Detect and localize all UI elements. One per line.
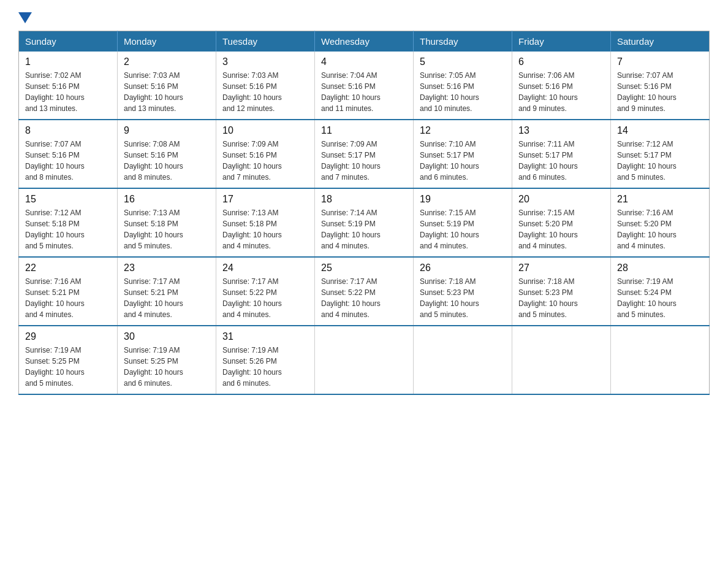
weekday-header-row: SundayMondayTuesdayWednesdayThursdayFrid…	[19, 31, 710, 52]
calendar-table: SundayMondayTuesdayWednesdayThursdayFrid…	[18, 31, 710, 395]
svg-marker-0	[18, 12, 32, 23]
day-info: Sunrise: 7:19 AM Sunset: 5:26 PM Dayligh…	[222, 345, 308, 389]
calendar-cell: 26 Sunrise: 7:18 AM Sunset: 5:23 PM Dayl…	[414, 257, 512, 326]
day-info: Sunrise: 7:03 AM Sunset: 5:16 PM Dayligh…	[124, 70, 210, 114]
day-info: Sunrise: 7:19 AM Sunset: 5:25 PM Dayligh…	[124, 345, 210, 389]
day-info: Sunrise: 7:12 AM Sunset: 5:17 PM Dayligh…	[617, 139, 703, 183]
calendar-cell: 13 Sunrise: 7:11 AM Sunset: 5:17 PM Dayl…	[512, 120, 611, 188]
calendar-cell: 9 Sunrise: 7:08 AM Sunset: 5:16 PM Dayli…	[118, 120, 216, 188]
day-number: 20	[518, 194, 604, 205]
day-number: 30	[124, 331, 210, 342]
day-info: Sunrise: 7:19 AM Sunset: 5:25 PM Dayligh…	[25, 345, 111, 389]
calendar-cell: 20 Sunrise: 7:15 AM Sunset: 5:20 PM Dayl…	[512, 188, 611, 257]
day-info: Sunrise: 7:12 AM Sunset: 5:18 PM Dayligh…	[25, 207, 111, 251]
calendar-cell: 21 Sunrise: 7:16 AM Sunset: 5:20 PM Dayl…	[611, 188, 710, 257]
calendar-week-row: 8 Sunrise: 7:07 AM Sunset: 5:16 PM Dayli…	[19, 120, 710, 188]
weekday-header-saturday: Saturday	[611, 31, 710, 52]
day-info: Sunrise: 7:15 AM Sunset: 5:20 PM Dayligh…	[518, 207, 604, 251]
day-number: 22	[25, 262, 111, 274]
calendar-cell: 11 Sunrise: 7:09 AM Sunset: 5:17 PM Dayl…	[315, 120, 414, 188]
day-info: Sunrise: 7:18 AM Sunset: 5:23 PM Dayligh…	[420, 276, 506, 320]
weekday-header-sunday: Sunday	[19, 31, 118, 52]
day-number: 10	[222, 125, 308, 136]
day-info: Sunrise: 7:13 AM Sunset: 5:18 PM Dayligh…	[222, 207, 308, 251]
day-number: 8	[25, 125, 111, 136]
calendar-cell: 12 Sunrise: 7:10 AM Sunset: 5:17 PM Dayl…	[414, 120, 512, 188]
calendar-cell: 23 Sunrise: 7:17 AM Sunset: 5:21 PM Dayl…	[118, 257, 216, 326]
day-info: Sunrise: 7:19 AM Sunset: 5:24 PM Dayligh…	[617, 276, 703, 320]
day-number: 13	[518, 125, 604, 136]
calendar-cell: 4 Sunrise: 7:04 AM Sunset: 5:16 PM Dayli…	[315, 52, 414, 120]
day-number: 4	[321, 56, 407, 67]
day-number: 27	[518, 262, 604, 274]
weekday-header-friday: Friday	[512, 31, 611, 52]
day-info: Sunrise: 7:11 AM Sunset: 5:17 PM Dayligh…	[518, 139, 604, 183]
day-number: 18	[321, 194, 407, 205]
calendar-cell: 30 Sunrise: 7:19 AM Sunset: 5:25 PM Dayl…	[118, 326, 216, 394]
calendar-cell: 29 Sunrise: 7:19 AM Sunset: 5:25 PM Dayl…	[19, 326, 118, 394]
calendar-cell: 27 Sunrise: 7:18 AM Sunset: 5:23 PM Dayl…	[512, 257, 611, 326]
day-info: Sunrise: 7:17 AM Sunset: 5:22 PM Dayligh…	[222, 276, 308, 320]
day-info: Sunrise: 7:07 AM Sunset: 5:16 PM Dayligh…	[25, 139, 111, 183]
calendar-cell: 17 Sunrise: 7:13 AM Sunset: 5:18 PM Dayl…	[216, 188, 315, 257]
calendar-cell: 24 Sunrise: 7:17 AM Sunset: 5:22 PM Dayl…	[216, 257, 315, 326]
calendar-week-row: 15 Sunrise: 7:12 AM Sunset: 5:18 PM Dayl…	[19, 188, 710, 257]
calendar-cell: 15 Sunrise: 7:12 AM Sunset: 5:18 PM Dayl…	[19, 188, 118, 257]
day-info: Sunrise: 7:17 AM Sunset: 5:21 PM Dayligh…	[124, 276, 210, 320]
calendar-week-row: 1 Sunrise: 7:02 AM Sunset: 5:16 PM Dayli…	[19, 52, 710, 120]
day-number: 29	[25, 331, 111, 342]
weekday-header-thursday: Thursday	[414, 31, 512, 52]
day-info: Sunrise: 7:07 AM Sunset: 5:16 PM Dayligh…	[617, 70, 703, 114]
weekday-header-monday: Monday	[118, 31, 216, 52]
calendar-cell: 1 Sunrise: 7:02 AM Sunset: 5:16 PM Dayli…	[19, 52, 118, 120]
day-number: 12	[420, 125, 506, 136]
calendar-cell: 5 Sunrise: 7:05 AM Sunset: 5:16 PM Dayli…	[414, 52, 512, 120]
day-number: 17	[222, 194, 308, 205]
day-info: Sunrise: 7:16 AM Sunset: 5:20 PM Dayligh…	[617, 207, 703, 251]
day-number: 24	[222, 262, 308, 274]
calendar-cell: 14 Sunrise: 7:12 AM Sunset: 5:17 PM Dayl…	[611, 120, 710, 188]
day-number: 6	[518, 56, 604, 67]
weekday-header-tuesday: Tuesday	[216, 31, 315, 52]
day-info: Sunrise: 7:02 AM Sunset: 5:16 PM Dayligh…	[25, 70, 111, 114]
calendar-cell: 8 Sunrise: 7:07 AM Sunset: 5:16 PM Dayli…	[19, 120, 118, 188]
day-number: 21	[617, 194, 703, 205]
day-info: Sunrise: 7:08 AM Sunset: 5:16 PM Dayligh…	[124, 139, 210, 183]
day-number: 2	[124, 56, 210, 67]
day-number: 3	[222, 56, 308, 67]
calendar-cell: 2 Sunrise: 7:03 AM Sunset: 5:16 PM Dayli…	[118, 52, 216, 120]
day-number: 15	[25, 194, 111, 205]
day-info: Sunrise: 7:17 AM Sunset: 5:22 PM Dayligh…	[321, 276, 407, 320]
day-info: Sunrise: 7:16 AM Sunset: 5:21 PM Dayligh…	[25, 276, 111, 320]
calendar-cell: 19 Sunrise: 7:15 AM Sunset: 5:19 PM Dayl…	[414, 188, 512, 257]
day-number: 16	[124, 194, 210, 205]
day-info: Sunrise: 7:15 AM Sunset: 5:19 PM Dayligh…	[420, 207, 506, 251]
calendar-cell: 22 Sunrise: 7:16 AM Sunset: 5:21 PM Dayl…	[19, 257, 118, 326]
day-number: 11	[321, 125, 407, 136]
calendar-cell: 3 Sunrise: 7:03 AM Sunset: 5:16 PM Dayli…	[216, 52, 315, 120]
day-number: 1	[25, 56, 111, 67]
day-info: Sunrise: 7:09 AM Sunset: 5:17 PM Dayligh…	[321, 139, 407, 183]
day-info: Sunrise: 7:06 AM Sunset: 5:16 PM Dayligh…	[518, 70, 604, 114]
day-number: 5	[420, 56, 506, 67]
day-number: 26	[420, 262, 506, 274]
day-number: 31	[222, 331, 308, 342]
day-info: Sunrise: 7:09 AM Sunset: 5:16 PM Dayligh…	[222, 139, 308, 183]
calendar-cell	[512, 326, 611, 394]
logo-triangle-icon	[18, 12, 32, 23]
day-number: 25	[321, 262, 407, 274]
calendar-cell: 18 Sunrise: 7:14 AM Sunset: 5:19 PM Dayl…	[315, 188, 414, 257]
day-info: Sunrise: 7:03 AM Sunset: 5:16 PM Dayligh…	[222, 70, 308, 114]
day-number: 19	[420, 194, 506, 205]
day-number: 9	[124, 125, 210, 136]
day-info: Sunrise: 7:10 AM Sunset: 5:17 PM Dayligh…	[420, 139, 506, 183]
day-number: 7	[617, 56, 703, 67]
weekday-header-wednesday: Wednesday	[315, 31, 414, 52]
calendar-cell: 10 Sunrise: 7:09 AM Sunset: 5:16 PM Dayl…	[216, 120, 315, 188]
day-number: 23	[124, 262, 210, 274]
calendar-cell	[611, 326, 710, 394]
day-info: Sunrise: 7:14 AM Sunset: 5:19 PM Dayligh…	[321, 207, 407, 251]
day-info: Sunrise: 7:13 AM Sunset: 5:18 PM Dayligh…	[124, 207, 210, 251]
calendar-cell: 7 Sunrise: 7:07 AM Sunset: 5:16 PM Dayli…	[611, 52, 710, 120]
day-info: Sunrise: 7:04 AM Sunset: 5:16 PM Dayligh…	[321, 70, 407, 114]
